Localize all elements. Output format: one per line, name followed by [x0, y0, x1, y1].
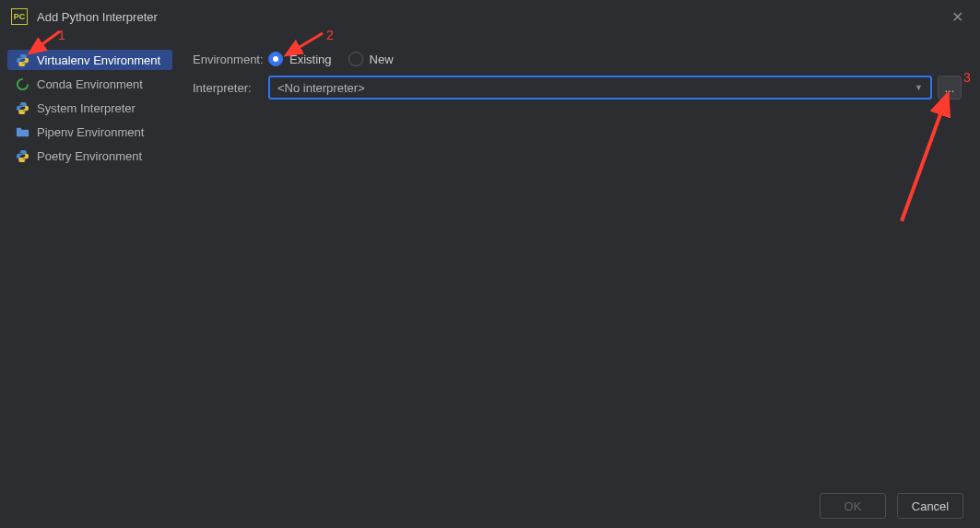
chevron-down-icon: ▼: [915, 83, 923, 92]
interpreter-row: Interpreter: <No interpreter> ▼ ...: [193, 76, 967, 100]
ok-button[interactable]: OK: [820, 493, 886, 519]
interpreter-label: Interpreter:: [193, 81, 268, 95]
browse-label: ...: [945, 81, 955, 95]
sidebar-item-conda[interactable]: Conda Environment: [7, 74, 172, 94]
content-pane: Environment: Existing New Interpreter: <…: [180, 33, 980, 484]
radio-existing[interactable]: Existing: [268, 52, 332, 66]
sidebar: Virtualenv Environment Conda Environment…: [0, 33, 180, 484]
sidebar-item-label: Conda Environment: [37, 77, 143, 91]
sidebar-item-label: Virtualenv Environment: [37, 53, 160, 67]
folder-icon: [15, 124, 30, 139]
sidebar-item-virtualenv[interactable]: Virtualenv Environment: [7, 50, 172, 70]
environment-radio-group: Existing New: [268, 52, 394, 66]
cancel-button[interactable]: Cancel: [897, 493, 963, 519]
python-icon: [15, 148, 30, 163]
svg-point-0: [17, 78, 27, 88]
python-icon: [15, 53, 30, 67]
python-icon: [15, 100, 30, 115]
interpreter-value: <No interpreter>: [277, 81, 365, 95]
sidebar-item-system[interactable]: System Interpreter: [7, 98, 172, 118]
sidebar-item-poetry[interactable]: Poetry Environment: [7, 146, 172, 166]
radio-new-label: New: [370, 53, 394, 66]
main-area: Virtualenv Environment Conda Environment…: [0, 33, 980, 484]
radio-icon: [268, 52, 283, 66]
sidebar-item-label: Pipenv Environment: [37, 125, 144, 139]
app-icon: PC: [11, 8, 28, 25]
conda-icon: [15, 76, 30, 91]
environment-row: Environment: Existing New: [193, 52, 967, 66]
window-title: Add Python Interpreter: [37, 10, 158, 24]
browse-button[interactable]: ...: [938, 76, 962, 100]
sidebar-item-label: Poetry Environment: [37, 149, 142, 163]
bottom-bar: OK Cancel: [0, 484, 980, 528]
close-button[interactable]: ✕: [946, 8, 969, 26]
radio-new[interactable]: New: [348, 52, 394, 66]
environment-label: Environment:: [193, 53, 268, 66]
ok-label: OK: [844, 499, 862, 513]
sidebar-item-pipenv[interactable]: Pipenv Environment: [7, 122, 172, 142]
radio-existing-label: Existing: [289, 53, 332, 66]
titlebar: PC Add Python Interpreter ✕: [0, 0, 980, 33]
cancel-label: Cancel: [912, 499, 949, 513]
interpreter-dropdown[interactable]: <No interpreter> ▼: [268, 76, 932, 100]
sidebar-item-label: System Interpreter: [37, 101, 136, 115]
radio-icon: [348, 52, 363, 66]
